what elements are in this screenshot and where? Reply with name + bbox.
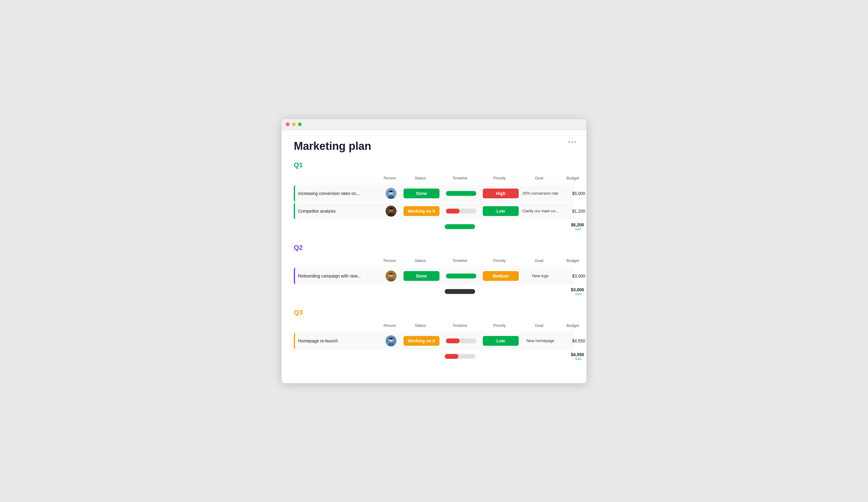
q1-table-header: Person Status Timeline Priority Goal Bud…: [294, 173, 574, 184]
col-goal-q2: Goal: [519, 258, 559, 263]
budget-cell: $1,200: [560, 209, 586, 213]
summary-timeline: [440, 354, 480, 359]
table-row: Rebranding campaign with new... Done: [294, 268, 574, 284]
q2-table-header: Person Status Timeline Priority Goal Bud…: [294, 255, 574, 266]
status-badge[interactable]: Working on it: [404, 206, 440, 216]
status-badge[interactable]: Working on it: [404, 336, 440, 346]
summary-budget: $3,000 sum: [559, 287, 586, 296]
priority-badge[interactable]: Low: [483, 206, 519, 216]
col-budget-q1: Budget: [559, 176, 586, 180]
col-timeline-q2: Timeline: [440, 258, 480, 263]
avatar: [385, 188, 396, 199]
section-q2-header: Q2: [294, 244, 574, 252]
budget-cell: $5,000: [560, 191, 586, 196]
col-priority-q1: Priority: [480, 176, 519, 180]
close-button[interactable]: [286, 123, 290, 126]
maximize-button[interactable]: [298, 123, 302, 126]
budget-cell: $3,000: [560, 273, 586, 279]
task-name[interactable]: Rebranding campaign with new...: [295, 273, 380, 279]
summary-timeline-fill: [445, 289, 475, 294]
summary-amount: $3,000: [559, 287, 584, 292]
col-timeline-q3: Timeline: [440, 323, 480, 328]
col-person-q2: Person: [379, 258, 401, 263]
col-budget-q3: Budget: [559, 323, 586, 328]
status-badge[interactable]: Done: [404, 271, 440, 281]
app-window: Marketing plan ••• Q1 Person Status Time…: [282, 119, 586, 383]
more-options-icon[interactable]: •••: [568, 139, 577, 146]
summary-sum-label: sum: [559, 227, 584, 231]
timeline-bar: [446, 209, 476, 213]
q3-table-header: Person Status Timeline Priority Goal Bud…: [294, 320, 574, 332]
minimize-button[interactable]: [292, 123, 296, 126]
goal-cell: 25% conversion rate: [520, 191, 560, 196]
priority-badge[interactable]: Medium: [483, 271, 519, 281]
timeline-cell: [441, 273, 481, 279]
section-q3-title: Q3: [294, 308, 303, 316]
summary-amount: $6,200: [559, 222, 584, 227]
col-timeline-q1: Timeline: [440, 176, 480, 180]
section-q1-header: Q1: [294, 161, 574, 169]
timeline-bar: [446, 338, 476, 343]
summary-timeline-fill: [445, 354, 458, 359]
summary-amount: $4,550: [559, 352, 584, 357]
summary-budget: $6,200 sum: [559, 222, 586, 231]
avatar: [385, 335, 396, 346]
timeline-cell: [441, 338, 481, 343]
timeline-bar: [446, 273, 476, 279]
col-goal-q3: Goal: [519, 323, 559, 328]
timeline-fill: [446, 191, 476, 196]
summary-budget: $4,550 sum: [559, 352, 586, 360]
section-q3: Q3 Person Status Timeline Priority Goal …: [294, 308, 574, 363]
summary-timeline-bar: [445, 354, 475, 359]
section-q2-title: Q2: [294, 244, 303, 252]
summary-sum-label: sum: [559, 292, 584, 296]
table-row: Increasing conversion rates on... Done: [294, 185, 574, 202]
summary-timeline: [440, 224, 480, 229]
priority-badge[interactable]: High: [483, 189, 519, 198]
timeline-fill: [446, 273, 476, 279]
task-name[interactable]: Competitor analysis: [295, 209, 380, 213]
summary-row: $4,550 sum: [294, 350, 574, 363]
titlebar: [282, 119, 586, 130]
status-badge[interactable]: Done: [404, 189, 440, 198]
col-goal-q1: Goal: [519, 176, 559, 180]
page-title: Marketing plan: [294, 140, 574, 153]
summary-row: $3,000 sum: [294, 285, 574, 297]
table-row: Homepage re-launch Working on it: [294, 333, 574, 349]
summary-timeline: [440, 289, 480, 294]
summary-timeline-fill: [445, 224, 475, 229]
summary-row: $6,200 sum: [294, 221, 574, 233]
summary-timeline-bar: [445, 224, 475, 229]
col-status-q1: Status: [401, 176, 440, 180]
section-q2: Q2 Person Status Timeline Priority Goal …: [294, 244, 574, 297]
goal-cell: New logo: [520, 273, 560, 278]
q1-table: Person Status Timeline Priority Goal Bud…: [294, 173, 574, 233]
avatar: [385, 271, 396, 281]
col-person-q3: Person: [379, 323, 401, 328]
timeline-fill: [446, 209, 459, 213]
avatar: [385, 206, 396, 217]
section-q1-title: Q1: [294, 161, 303, 169]
timeline-fill: [446, 338, 459, 343]
timeline-bar: [446, 191, 476, 196]
q3-table: Person Status Timeline Priority Goal Bud…: [294, 320, 574, 363]
task-name[interactable]: Homepage re-launch: [295, 338, 380, 343]
section-q3-header: Q3: [294, 308, 574, 316]
timeline-cell: [441, 209, 481, 213]
goal-cell: Clarify our main co...: [520, 209, 560, 213]
task-name[interactable]: Increasing conversion rates on...: [295, 191, 380, 196]
goal-cell: New homepage: [520, 338, 560, 343]
section-q1: Q1 Person Status Timeline Priority Goal …: [294, 161, 574, 233]
q2-table: Person Status Timeline Priority Goal Bud…: [294, 255, 574, 297]
col-status-q2: Status: [401, 258, 440, 263]
table-row: Competitor analysis Working on it: [294, 203, 574, 219]
col-priority-q3: Priority: [480, 323, 519, 328]
col-priority-q2: Priority: [480, 258, 519, 263]
col-status-q3: Status: [401, 323, 440, 328]
summary-timeline-bar: [445, 289, 475, 294]
timeline-cell: [441, 191, 481, 196]
summary-sum-label: sum: [559, 357, 584, 360]
col-person-q1: Person: [379, 176, 401, 180]
main-content: Marketing plan ••• Q1 Person Status Time…: [282, 130, 586, 383]
priority-badge[interactable]: Low: [483, 336, 519, 346]
